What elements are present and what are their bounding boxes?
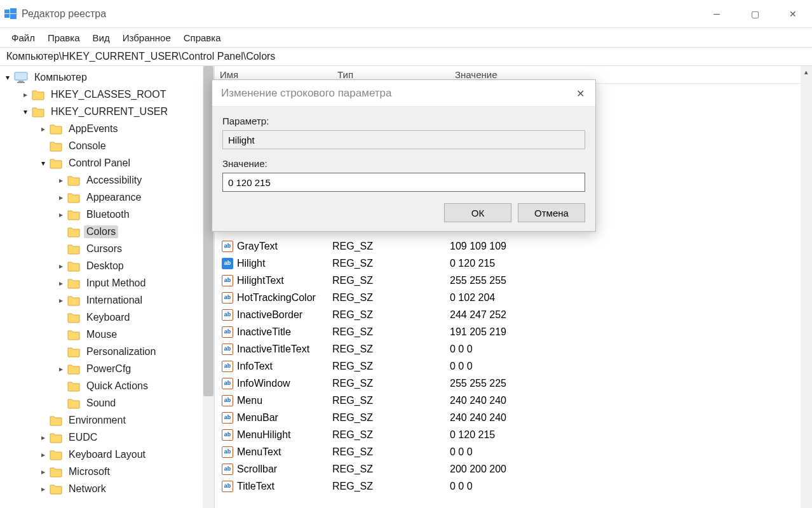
registry-value-row[interactable]: abScrollbarREG_SZ200 200 200	[215, 460, 801, 478]
expand-toggle-icon[interactable]	[38, 467, 48, 477]
registry-value-row[interactable]: abInfoTextREG_SZ0 0 0	[215, 358, 801, 375]
registry-value-row[interactable]: abHotTrackingColorREG_SZ0 102 204	[215, 289, 801, 306]
expand-toggle-icon[interactable]	[56, 261, 66, 271]
value-data: 0 102 204	[450, 292, 801, 304]
tree-item[interactable]: Bluetooth	[0, 206, 214, 223]
svg-rect-6	[17, 82, 25, 83]
menu-item[interactable]: Справка	[177, 30, 227, 46]
menu-item[interactable]: Правка	[41, 30, 86, 46]
expand-toggle-icon[interactable]	[56, 175, 66, 185]
tree-item[interactable]: EUDC	[0, 429, 214, 446]
param-name-field: Hilight	[222, 130, 585, 149]
dialog-titlebar: Изменение строкового параметра ✕	[212, 80, 595, 107]
menu-item[interactable]: Вид	[86, 30, 116, 46]
value-type: REG_SZ	[332, 361, 450, 372]
edit-string-dialog: Изменение строкового параметра ✕ Парамет…	[212, 79, 596, 232]
folder-icon	[32, 106, 44, 117]
tree-item[interactable]: Keyboard Layout	[0, 446, 214, 463]
tree-item[interactable]: Microsoft	[0, 463, 214, 480]
value-type: REG_SZ	[332, 258, 450, 269]
tree-item[interactable]: Mouse	[0, 326, 214, 343]
value-name: Hilight	[237, 258, 332, 269]
registry-value-row[interactable]: abMenuTextREG_SZ0 0 0	[215, 443, 801, 460]
tree-item[interactable]: HKEY_CLASSES_ROOT	[0, 86, 214, 103]
tree-item-label: Компьютер	[32, 71, 90, 84]
tree-item[interactable]: Environment	[0, 411, 214, 429]
value-name: HotTrackingColor	[237, 292, 332, 304]
expand-toggle-icon[interactable]	[38, 432, 48, 443]
maximize-button[interactable]: ▢	[736, 0, 774, 28]
svg-rect-5	[18, 81, 24, 82]
expand-toggle-icon[interactable]	[38, 124, 48, 134]
menu-item[interactable]: Файл	[5, 30, 41, 46]
expand-toggle-icon[interactable]	[56, 278, 66, 288]
ok-button[interactable]: ОК	[444, 203, 511, 222]
registry-value-row[interactable]: abInactiveTitleTextREG_SZ0 0 0	[215, 340, 801, 358]
registry-value-row[interactable]: abTitleTextREG_SZ0 0 0	[215, 478, 801, 495]
tree-item[interactable]: Cursors	[0, 240, 214, 257]
expand-toggle-icon[interactable]	[56, 295, 66, 305]
value-input[interactable]: 0 120 215	[222, 173, 585, 192]
registry-value-row[interactable]: abMenuBarREG_SZ240 240 240	[215, 409, 801, 426]
registry-value-row[interactable]: abHilightTextREG_SZ255 255 255	[215, 272, 801, 289]
folder-icon	[67, 329, 80, 340]
tree-item[interactable]: Control Panel	[0, 154, 214, 171]
registry-value-row[interactable]: abInactiveBorderREG_SZ244 247 252	[215, 306, 801, 323]
tree-item[interactable]: HKEY_CURRENT_USER	[0, 103, 214, 120]
tree-item[interactable]: Компьютер	[0, 69, 214, 86]
tree-item[interactable]: Quick Actions	[0, 377, 214, 394]
registry-value-row[interactable]: abInactiveTitleREG_SZ191 205 219	[215, 323, 801, 340]
string-value-icon: ab	[221, 292, 234, 304]
expand-toggle-icon[interactable]	[3, 72, 13, 83]
tree-item[interactable]: PowerCfg	[0, 360, 214, 377]
addressbar[interactable]: Компьютер\HKEY_CURRENT_USER\Control Pane…	[0, 47, 812, 66]
scroll-up-arrow[interactable]: ▴	[801, 66, 812, 77]
value-data: 0 0 0	[450, 361, 801, 372]
registry-value-row[interactable]: abInfoWindowREG_SZ255 255 225	[215, 375, 801, 392]
tree-item[interactable]: Network	[0, 480, 214, 497]
registry-value-row[interactable]: abMenuREG_SZ240 240 240	[215, 392, 801, 409]
tree-item[interactable]: Console	[0, 137, 214, 154]
expand-toggle-icon[interactable]	[38, 450, 48, 460]
string-value-icon: ab	[221, 464, 234, 475]
expand-toggle-icon[interactable]	[56, 210, 66, 220]
registry-value-row[interactable]: abGrayTextREG_SZ109 109 109	[215, 237, 801, 255]
dialog-title: Изменение строкового параметра	[221, 87, 391, 100]
minimize-button[interactable]: ─	[698, 0, 736, 28]
tree-item-label: Desktop	[84, 260, 126, 272]
main-scrollbar[interactable]: ▴	[801, 66, 812, 508]
expand-toggle-icon[interactable]	[38, 158, 48, 168]
expand-toggle-icon[interactable]	[38, 484, 48, 494]
tree-item[interactable]: Input Method	[0, 274, 214, 291]
value-data: 255 255 255	[450, 275, 801, 286]
tree-item[interactable]: Desktop	[0, 257, 214, 274]
expand-toggle-icon[interactable]	[56, 364, 66, 374]
tree-item[interactable]: AppEvents	[0, 120, 214, 137]
tree-item[interactable]: Appearance	[0, 189, 214, 206]
expand-toggle-icon[interactable]	[20, 107, 30, 117]
menu-item[interactable]: Избранное	[116, 30, 177, 46]
cancel-button[interactable]: Отмена	[518, 203, 585, 222]
dialog-actions: ОК Отмена	[222, 203, 585, 222]
registry-value-row[interactable]: abHilightREG_SZ0 120 215	[215, 255, 801, 272]
dialog-body: Параметр: Hilight Значение: 0 120 215 ОК…	[212, 107, 595, 231]
dialog-close-button[interactable]: ✕	[571, 85, 589, 102]
value-type: REG_SZ	[332, 275, 450, 286]
tree-item[interactable]: Keyboard	[0, 309, 214, 326]
tree-item[interactable]: Accessibility	[0, 171, 214, 189]
tree-item-label: Network	[66, 483, 109, 495]
value-data: 109 109 109	[450, 241, 801, 252]
tree-view[interactable]: КомпьютерHKEY_CLASSES_ROOTHKEY_CURRENT_U…	[0, 66, 215, 508]
tree-item[interactable]: Personalization	[0, 343, 214, 360]
registry-value-row[interactable]: abMenuHilightREG_SZ0 120 215	[215, 426, 801, 443]
tree-item[interactable]: International	[0, 291, 214, 309]
tree-item[interactable]: Colors	[0, 223, 214, 240]
close-button[interactable]: ✕	[774, 0, 812, 28]
expand-toggle-icon[interactable]	[56, 192, 66, 203]
expand-toggle-icon[interactable]	[20, 90, 30, 100]
value-name: Scrollbar	[237, 464, 332, 475]
tree-item-label: Bluetooth	[84, 208, 132, 221]
value-input-text: 0 120 215	[228, 177, 271, 188]
svg-rect-3	[10, 14, 17, 19]
tree-item[interactable]: Sound	[0, 394, 214, 411]
